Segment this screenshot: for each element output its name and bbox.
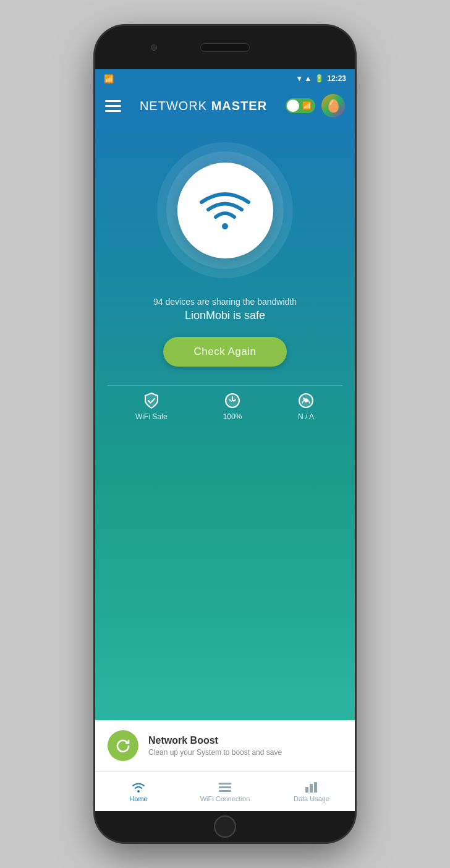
svg-rect-10 <box>314 782 317 793</box>
speedometer-icon <box>297 392 315 409</box>
camera-dot <box>151 45 157 51</box>
wifi-circle-container <box>157 142 293 278</box>
avatar[interactable]: 🥚 <box>321 94 345 117</box>
phone-top-bar <box>95 26 355 69</box>
wifi-circle-main <box>177 163 273 258</box>
boost-card[interactable]: Network Boost Clean up your System to bo… <box>95 720 355 771</box>
app-header: NETWORK MASTER 📶 🥚 <box>95 88 355 124</box>
nav-home-label: Home <box>129 795 147 802</box>
devices-text: 94 devices are sharing the bandwidth <box>153 297 297 307</box>
main-content: 94 devices are sharing the bandwidth Lio… <box>95 124 355 720</box>
status-wifi-icon2: ▾ <box>297 74 301 83</box>
shield-check-icon <box>143 392 160 409</box>
stat-quality: 100% <box>223 392 242 421</box>
status-right: ▾ ▲ 🔋 12:23 <box>297 74 346 83</box>
list-icon <box>218 781 232 793</box>
svg-rect-6 <box>219 786 231 788</box>
battery-icon: 🔋 <box>315 74 324 83</box>
stat-quality-label: 100% <box>223 412 242 421</box>
header-right: 📶 🥚 <box>286 94 345 117</box>
quality-icon <box>224 392 241 409</box>
home-button[interactable] <box>214 815 236 838</box>
phone-frame: 📶 ▾ ▲ 🔋 12:23 NETWORK MASTER <box>95 26 355 842</box>
status-text: 94 devices are sharing the bandwidth Lio… <box>153 297 297 322</box>
nav-data-usage[interactable]: Data Usage <box>268 772 355 811</box>
svg-rect-7 <box>219 790 231 792</box>
stat-wifi-safe: WiFi Safe <box>135 392 168 421</box>
toggle-wifi-icon: 📶 <box>302 101 312 110</box>
svg-rect-5 <box>219 783 231 785</box>
svg-point-0 <box>222 223 228 229</box>
nav-data-usage-label: Data Usage <box>294 795 329 802</box>
status-bar: 📶 ▾ ▲ 🔋 12:23 <box>95 69 355 88</box>
bar-chart-icon <box>304 781 319 793</box>
bottom-nav: Home WiFi Connection Data Usage <box>95 771 355 811</box>
app-title: NETWORK MASTER <box>140 99 267 113</box>
home-wifi-icon <box>131 781 146 793</box>
svg-point-4 <box>137 790 140 793</box>
signal-icon: ▲ <box>304 74 312 83</box>
stats-bar: WiFi Safe 100% <box>108 385 342 427</box>
status-left: 📶 <box>104 74 114 83</box>
svg-rect-8 <box>305 787 308 793</box>
phone-bottom-bar <box>95 811 355 842</box>
phone-screen: 📶 ▾ ▲ 🔋 12:23 NETWORK MASTER <box>95 69 355 811</box>
boost-description: Clean up your System to boost and save <box>148 748 282 757</box>
nav-wifi-connection[interactable]: WiFi Connection <box>182 772 268 811</box>
toggle-knob <box>287 100 299 112</box>
speaker-grill <box>200 43 250 52</box>
boost-text: Network Boost Clean up your System to bo… <box>148 735 282 757</box>
wifi-toggle[interactable]: 📶 <box>286 98 315 113</box>
stat-wifi-safe-label: WiFi Safe <box>135 412 168 421</box>
stat-speed-label: N / A <box>298 412 314 421</box>
boost-icon-circle <box>108 730 138 761</box>
boost-title: Network Boost <box>148 735 282 746</box>
menu-button[interactable] <box>105 100 121 112</box>
svg-rect-9 <box>310 784 313 793</box>
safe-text: LionMobi is safe <box>153 309 297 322</box>
refresh-icon <box>115 738 131 754</box>
status-time: 12:23 <box>327 74 346 83</box>
nav-wifi-connection-label: WiFi Connection <box>200 795 250 802</box>
status-wifi-icon: 📶 <box>104 74 114 83</box>
stat-speed: N / A <box>297 392 315 421</box>
check-again-button[interactable]: Check Again <box>163 337 287 367</box>
nav-home[interactable]: Home <box>95 772 182 811</box>
wifi-icon <box>197 188 253 232</box>
